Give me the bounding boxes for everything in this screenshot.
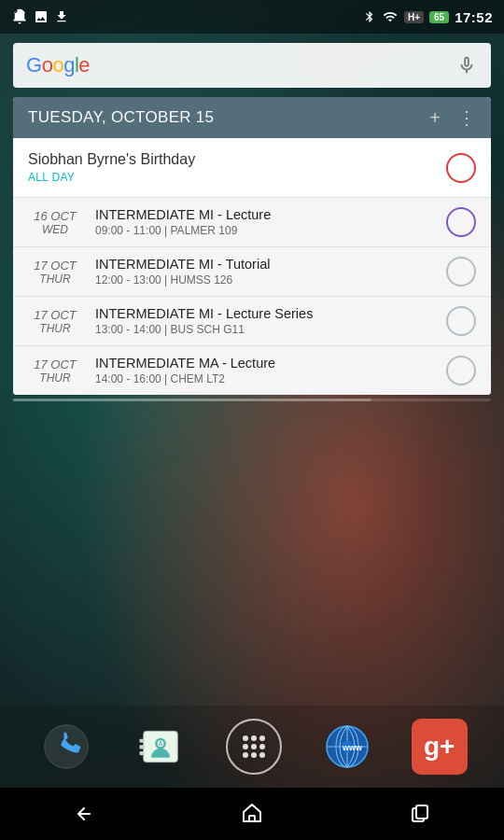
event-details: INTERMEDIATE MI - Lecture Series 13:00 -… (95, 306, 433, 336)
event-circle[interactable] (446, 207, 476, 237)
event-details: INTERMEDIATE MI - Lecture 09:00 - 11:00 … (95, 207, 433, 237)
event-details: INTERMEDIATE MI - Tutorial 12:00 - 13:00… (95, 257, 433, 287)
event-details: INTERMEDIATE MA - Lecture 14:00 - 16:00 … (95, 356, 433, 385)
mic-icon[interactable] (455, 54, 478, 77)
svg-point-9 (251, 735, 257, 741)
event-date-weekday: THUR (28, 273, 82, 286)
event-date-col: 17 OCT THUR (28, 357, 82, 385)
photo-icon (34, 9, 49, 24)
event-date-day: 17 OCT (28, 259, 82, 273)
nav-recents-button[interactable] (392, 795, 448, 833)
event-date-col: 16 OCT WED (28, 209, 82, 236)
event-date-weekday: THUR (28, 371, 82, 385)
dock-apps-button[interactable] (226, 719, 282, 775)
svg-rect-28 (416, 805, 427, 819)
event-date-col: 17 OCT THUR (28, 308, 82, 335)
event-circle[interactable] (446, 306, 476, 336)
notification-icon (11, 8, 28, 25)
status-icons-right: H+ 65 17:52 (363, 8, 493, 25)
calendar-widget: TUESDAY, OCTOBER 15 + ⋮ Siobhan Byrne's … (13, 97, 491, 395)
svg-text:A: A (159, 740, 163, 747)
svg-rect-2 (140, 739, 145, 743)
event-name: INTERMEDIATE MI - Tutorial (95, 257, 433, 272)
svg-point-13 (259, 744, 265, 749)
event-date-day: 17 OCT (28, 357, 82, 371)
svg-text:www: www (342, 743, 363, 752)
svg-point-16 (259, 752, 265, 758)
event-date-weekday: WED (28, 223, 82, 236)
scroll-indicator (13, 399, 491, 401)
battery-badge: 65 (429, 11, 449, 23)
allday-event-info: Siobhan Byrne's Birthday ALL DAY (28, 151, 195, 184)
google-logo: Google (26, 53, 90, 77)
nav-bar (0, 788, 504, 840)
event-name: INTERMEDIATE MI - Lecture (95, 207, 433, 222)
svg-point-11 (243, 744, 248, 749)
status-time: 17:52 (455, 9, 493, 25)
event-circle[interactable] (446, 356, 476, 385)
svg-rect-3 (140, 745, 145, 749)
add-event-button[interactable]: + (429, 107, 441, 129)
event-time-loc: 09:00 - 11:00 | PALMER 109 (95, 224, 433, 237)
event-row[interactable]: 17 OCT THUR INTERMEDIATE MI - Lecture Se… (13, 297, 491, 346)
svg-point-10 (259, 735, 265, 741)
event-circle[interactable] (446, 257, 476, 287)
event-time-loc: 13:00 - 14:00 | BUS SCH G11 (95, 323, 433, 336)
allday-event-title: Siobhan Byrne's Birthday (28, 151, 195, 168)
event-row[interactable]: 17 OCT THUR INTERMEDIATE MI - Tutorial 1… (13, 247, 491, 297)
dock-gplus-icon[interactable]: g+ (412, 719, 468, 775)
allday-event-row[interactable]: Siobhan Byrne's Birthday ALL DAY (13, 138, 491, 198)
header-actions: + ⋮ (429, 106, 476, 129)
search-bar[interactable]: Google (13, 43, 491, 88)
dock-contacts-icon[interactable]: A (131, 717, 190, 777)
event-date-weekday: THUR (28, 322, 82, 335)
event-row[interactable]: 17 OCT THUR INTERMEDIATE MA - Lecture 14… (13, 346, 491, 395)
status-icons-left (11, 8, 69, 25)
event-date-day: 17 OCT (28, 308, 82, 322)
svg-point-12 (251, 744, 257, 749)
svg-rect-4 (140, 751, 145, 755)
app-dock: A (0, 706, 504, 788)
svg-point-8 (243, 735, 248, 741)
calendar-header: TUESDAY, OCTOBER 15 + ⋮ (13, 97, 491, 138)
calendar-date-title: TUESDAY, OCTOBER 15 (28, 108, 214, 127)
event-time-loc: 14:00 - 16:00 | CHEM LT2 (95, 372, 433, 385)
event-time-loc: 12:00 - 13:00 | HUMSS 126 (95, 273, 433, 287)
event-row[interactable]: 16 OCT WED INTERMEDIATE MI - Lecture 09:… (13, 198, 491, 247)
signal-icon (382, 9, 399, 24)
event-name: INTERMEDIATE MA - Lecture (95, 356, 433, 371)
nav-back-button[interactable] (56, 795, 112, 833)
svg-point-14 (243, 752, 248, 758)
svg-text:g+: g+ (424, 732, 455, 761)
calendar-menu-button[interactable]: ⋮ (457, 106, 476, 129)
svg-point-15 (251, 752, 257, 758)
allday-label: ALL DAY (28, 171, 195, 184)
event-name: INTERMEDIATE MI - Lecture Series (95, 306, 433, 321)
status-bar: H+ 65 17:52 (0, 0, 504, 34)
network-type-badge: H+ (404, 11, 424, 23)
dock-phone-icon[interactable] (36, 717, 96, 777)
nav-home-button[interactable] (224, 795, 280, 833)
bluetooth-icon (363, 8, 376, 25)
download-icon (54, 9, 69, 24)
event-date-col: 17 OCT THUR (28, 259, 82, 286)
dock-browser-icon[interactable]: www (317, 717, 377, 777)
allday-event-circle[interactable] (446, 153, 476, 183)
event-date-day: 16 OCT (28, 209, 82, 223)
